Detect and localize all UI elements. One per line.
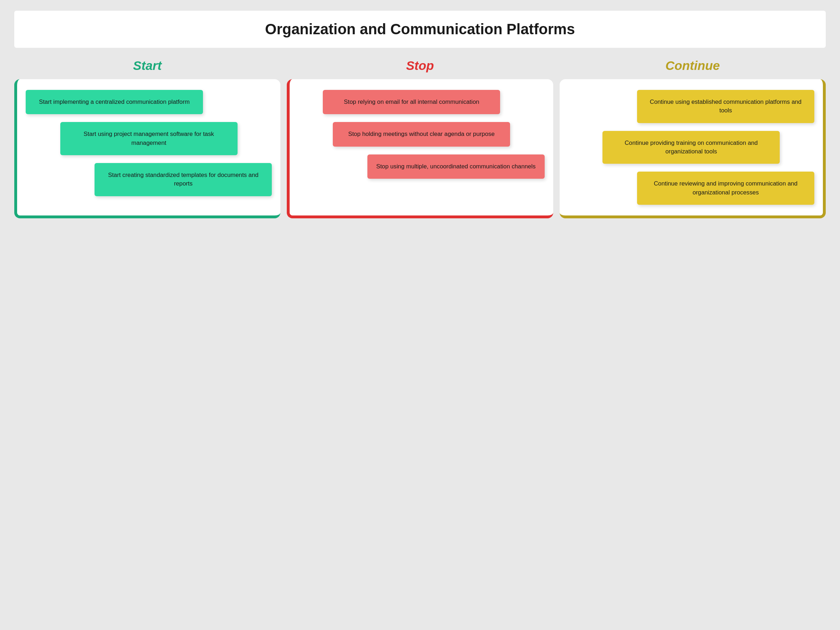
- stop-item-3: Stop using multiple, uncoordinated commu…: [367, 155, 545, 179]
- start-card: Start implementing a centralized communi…: [14, 79, 280, 218]
- stop-item-2: Stop holding meetings without clear agen…: [333, 122, 510, 146]
- start-column: Start Start implementing a centralized c…: [14, 58, 280, 218]
- stop-column: Stop Stop relying on email for all inter…: [287, 58, 553, 218]
- continue-column: Continue Continue using established comm…: [560, 58, 826, 218]
- start-item-3: Start creating standardized templates fo…: [95, 163, 272, 196]
- continue-item-1: Continue using established communication…: [637, 90, 814, 123]
- start-item-2: Start using project management software …: [60, 122, 238, 155]
- continue-item-3: Continue reviewing and improving communi…: [637, 172, 814, 205]
- continue-card: Continue using established communication…: [560, 79, 826, 218]
- page-title: Organization and Communication Platforms: [14, 11, 826, 48]
- stop-header: Stop: [287, 58, 553, 73]
- start-header: Start: [14, 58, 280, 73]
- start-item-1: Start implementing a centralized communi…: [26, 90, 203, 114]
- stop-item-1: Stop relying on email for all internal c…: [323, 90, 500, 114]
- stop-card: Stop relying on email for all internal c…: [287, 79, 553, 218]
- continue-item-2: Continue providing training on communica…: [602, 131, 780, 164]
- continue-header: Continue: [560, 58, 826, 73]
